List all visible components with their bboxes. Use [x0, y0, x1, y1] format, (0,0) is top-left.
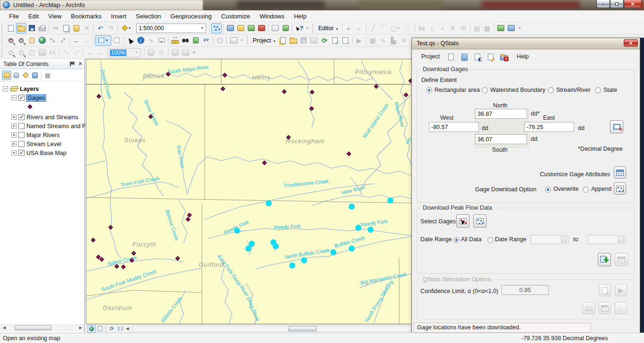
layer-checkbox-checked[interactable]	[18, 150, 25, 156]
arctoolbox-button[interactable]	[256, 23, 267, 33]
open-document-button[interactable]	[16, 23, 26, 33]
attributes-button[interactable]: ▤	[472, 23, 482, 33]
qstats-save-as-button[interactable]	[485, 52, 496, 62]
select-elements-button[interactable]	[125, 35, 135, 46]
save-project-button[interactable]	[299, 35, 309, 46]
modelbuilder-button[interactable]	[280, 23, 291, 33]
toggle-draft-mode-button[interactable]	[146, 48, 156, 58]
fixed-zoom-out-page-button[interactable]: ⤢	[71, 48, 82, 58]
download-option-radio-overwrite[interactable]	[545, 187, 551, 193]
layer-label-selected[interactable]: Gages	[26, 95, 46, 101]
toc-layer-major-rivers[interactable]: + Major Rivers	[11, 131, 84, 139]
expand-icon[interactable]: +	[11, 150, 17, 155]
layer-checkbox-checked[interactable]	[18, 95, 25, 101]
toc-layer-named-streams[interactable]: + Named Streams and F	[11, 122, 84, 131]
layer-label[interactable]: Named Streams and F	[26, 123, 86, 130]
confidence-limit-input[interactable]	[502, 285, 549, 295]
go-to-xy-button[interactable]: XY	[201, 35, 211, 46]
date-option-label[interactable]: Date Range	[495, 236, 527, 243]
viewer-window-button[interactable]	[228, 35, 239, 46]
extent-radio-watershed[interactable]	[482, 87, 488, 93]
forward-page-button[interactable]: →	[95, 48, 106, 58]
scroll-left-arrow[interactable]: ◀	[1, 326, 7, 330]
expand-icon[interactable]: +	[11, 132, 17, 138]
table-of-contents-window-button[interactable]	[225, 23, 235, 33]
toolbar-grip[interactable]	[1, 36, 4, 45]
topology-button[interactable]	[506, 23, 517, 33]
select-gages-interactive-button[interactable]	[456, 214, 469, 228]
qstats-help-menu[interactable]: Help	[517, 53, 529, 60]
focus-data-frame-button[interactable]: ⊡	[156, 48, 167, 58]
download-option-label[interactable]: Overwrite	[553, 186, 578, 192]
scrollbar-thumb[interactable]	[15, 325, 51, 330]
paste-button[interactable]	[71, 23, 82, 33]
new-document-button[interactable]	[6, 23, 16, 33]
menu-file[interactable]: File	[5, 11, 23, 21]
toolbar-overflow[interactable]: ▾	[241, 38, 243, 43]
export-project-button[interactable]: ↓	[340, 35, 351, 46]
collapse-icon[interactable]: −	[3, 86, 8, 91]
pan-button[interactable]	[26, 35, 37, 46]
cut-button[interactable]: ✂	[50, 23, 61, 33]
date-radio-all-data[interactable]	[453, 237, 460, 243]
download-option-label[interactable]: Append	[591, 186, 611, 192]
undo-edit-button[interactable]: ⟲	[458, 23, 468, 33]
toolbar-overflow[interactable]: ▾	[519, 25, 521, 31]
hyperlink-button[interactable]: ϟ	[146, 35, 156, 46]
undo-button[interactable]: ↶	[95, 23, 106, 33]
edit-annotation-tool-button[interactable]: ▹	[354, 23, 365, 33]
north-coordinate-input[interactable]	[475, 109, 527, 119]
layout-grid-button[interactable]: ⊞	[399, 35, 409, 46]
sketch-properties-button[interactable]: ▦	[482, 23, 493, 33]
fixed-zoom-out-button[interactable]: ⤢	[58, 35, 68, 46]
layout-zoom-combo[interactable]: 100%▼	[108, 48, 141, 57]
extent-radio-rectangular[interactable]	[426, 87, 432, 93]
download-gages-button[interactable]: ↓	[614, 182, 626, 195]
extent-radio-stream-river[interactable]	[548, 87, 554, 93]
redo-button[interactable]: ↷	[106, 23, 116, 33]
map-scale-combo[interactable]: 1:500,000▼	[136, 24, 206, 33]
toc-layer-gages[interactable]: − Gages	[11, 93, 84, 102]
west-coordinate-input[interactable]	[429, 122, 479, 132]
project-menu-button[interactable]: Project ▼	[251, 37, 278, 44]
simulation-report-button[interactable]	[599, 284, 611, 296]
rotate-tool-button[interactable]: ⊥	[427, 23, 437, 33]
list-by-drawing-order-button[interactable]	[2, 71, 11, 80]
menu-selection[interactable]: Selection	[132, 11, 165, 21]
copy-button[interactable]	[61, 23, 71, 33]
editor-menu-button[interactable]: Editor ▼	[317, 25, 341, 32]
list-by-selection-button[interactable]	[30, 71, 40, 80]
measure-button[interactable]: ++	[170, 35, 180, 46]
clear-selection-button[interactable]	[111, 35, 122, 46]
customize-gage-attributes-button[interactable]	[614, 166, 626, 179]
menu-view[interactable]: View	[44, 11, 66, 21]
draw-rectangle-extent-button[interactable]	[610, 120, 623, 133]
open-project-button[interactable]	[288, 35, 299, 46]
zoom-in-button[interactable]: +	[6, 35, 16, 46]
data-driven-pages-button[interactable]	[180, 48, 191, 58]
fixed-zoom-in-button[interactable]: ⤡	[47, 35, 58, 46]
refresh-project-button[interactable]: ⟳	[319, 35, 330, 46]
fixed-zoom-in-page-button[interactable]: ⤡	[61, 48, 71, 58]
change-layout-button[interactable]	[170, 48, 180, 58]
snapping-button[interactable]	[496, 23, 506, 33]
date-to-input[interactable]	[587, 235, 625, 244]
extent-option-label[interactable]: Watershed Boundary	[490, 87, 545, 93]
layer-label[interactable]: USA Base Map	[26, 150, 67, 156]
qstats-close-project-button[interactable]: ✕	[499, 52, 509, 62]
close-button[interactable]: ✕	[624, 0, 642, 8]
qstats-dialog-titlebar[interactable]: Test.qs - QStats ✕	[412, 38, 640, 49]
qstats-close-button[interactable]: ✕	[624, 39, 638, 47]
back-page-button[interactable]: ←	[85, 48, 95, 58]
time-slider-button[interactable]	[215, 35, 225, 46]
date-radio-date-range[interactable]	[487, 237, 493, 243]
toolbar-grip[interactable]	[1, 24, 4, 33]
scroll-left-arrow[interactable]: ◀	[125, 327, 130, 331]
menu-geoprocessing[interactable]: Geoprocessing	[166, 11, 216, 21]
toolbar-overflow[interactable]: ▾	[306, 25, 309, 31]
edit-sketch-tool-button[interactable]	[211, 23, 222, 33]
qstats-new-project-button[interactable]	[446, 52, 456, 62]
toolbar-grip[interactable]	[1, 49, 4, 57]
html-popup-button[interactable]	[156, 35, 167, 46]
collapse-icon[interactable]: −	[11, 95, 17, 100]
